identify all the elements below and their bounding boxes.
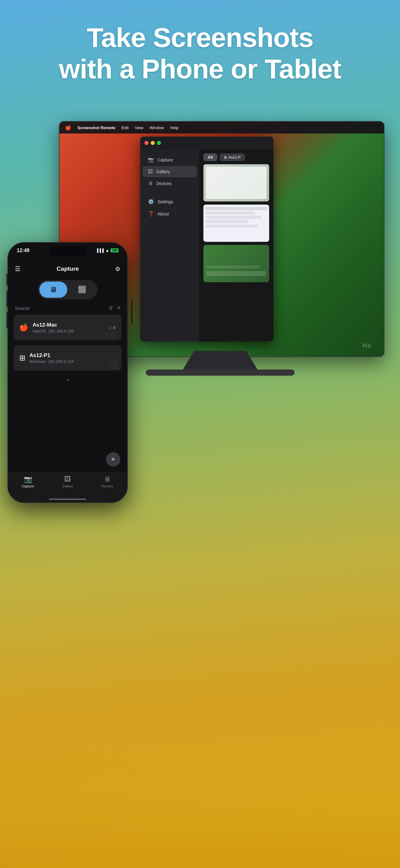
nav-title: Capture bbox=[57, 266, 79, 272]
tab-devices-label: Devices bbox=[101, 484, 113, 488]
capture-label: Capture bbox=[158, 157, 173, 162]
tab-devices[interactable]: 🖥 Devices bbox=[88, 475, 127, 488]
menu-icon[interactable]: ☰ bbox=[15, 265, 21, 273]
about-icon: ❓ bbox=[148, 211, 154, 217]
menubar-help[interactable]: Help bbox=[170, 125, 178, 130]
power-button[interactable] bbox=[131, 301, 132, 324]
traffic-light-yellow[interactable] bbox=[151, 141, 155, 145]
tab-capture-icon: 📷 bbox=[24, 475, 32, 483]
tab-bar: 📷 Capture 🖼 Gallery 🖥 Devices bbox=[8, 472, 127, 502]
filter-device-button[interactable]: ⊞ As12-P bbox=[220, 153, 245, 161]
volume-down-button[interactable] bbox=[6, 312, 8, 329]
app-window: 📷 Capture 🖼 Gallery 🖥 Devices ⚙️ Setting… bbox=[140, 136, 273, 341]
device-card-windows[interactable]: ⊞ As12-P1 Windows 192.168.0.104 ⊞ bbox=[14, 345, 122, 371]
mac-logo-icon: 🍎 bbox=[19, 323, 29, 332]
dynamic-island bbox=[48, 246, 87, 257]
mac-stand-neck bbox=[183, 351, 257, 369]
mac-menubar: 🍎 Screenshot Remote Edit View Window Hel… bbox=[60, 122, 384, 133]
filter-list-icon[interactable]: ≡ bbox=[117, 305, 120, 311]
windows-device-name: As12-P1 bbox=[29, 352, 116, 359]
status-time: 12:49 bbox=[17, 248, 29, 253]
wifi-icon: ▲ bbox=[105, 248, 109, 253]
windows-device-info: As12-P1 Windows 192.168.0.104 bbox=[29, 352, 116, 364]
menubar-window[interactable]: Window bbox=[149, 125, 164, 130]
traffic-light-red[interactable] bbox=[144, 141, 148, 145]
sidebar-item-capture[interactable]: 📷 Capture bbox=[142, 154, 197, 165]
filter-all-button[interactable]: All bbox=[203, 153, 218, 161]
toggle-screen-option[interactable]: 🖥 bbox=[39, 282, 67, 298]
battery-icon: 100 bbox=[111, 248, 119, 252]
settings-nav-icon[interactable]: ⚙ bbox=[115, 266, 120, 273]
app-sidebar: 📷 Capture 🖼 Gallery 🖥 Devices ⚙️ Setting… bbox=[140, 149, 199, 341]
gallery-filter-bar: All ⊞ As12-P bbox=[203, 153, 269, 161]
sidebar-item-settings[interactable]: ⚙️ Settings bbox=[142, 196, 197, 207]
apple-logo-icon: 🍎 bbox=[65, 125, 71, 131]
iphone-body: 12:49 ▐▐▐ ▲ 100 ☰ Capture ⚙ 🖥 ⬜ Source ↺… bbox=[7, 242, 128, 503]
sidebar-item-devices[interactable]: 🖥 Devices bbox=[142, 178, 197, 189]
silent-switch[interactable] bbox=[6, 274, 8, 285]
app-titlebar bbox=[140, 136, 273, 149]
toggle-window-option[interactable]: ⬜ bbox=[68, 282, 96, 298]
mac-bottom-label: Ma bbox=[363, 342, 371, 349]
gallery-content-area: All ⊞ As12-P bbox=[199, 149, 273, 341]
menubar-edit[interactable]: Edit bbox=[122, 125, 128, 130]
mac-device-name: As12-Mac bbox=[33, 322, 105, 328]
devices-icon: 🖥 bbox=[148, 181, 153, 186]
source-label-text: Source bbox=[15, 306, 30, 311]
settings-label: Settings bbox=[158, 199, 173, 204]
iphone-wrapper: 12:49 ▐▐▐ ▲ 100 ☰ Capture ⚙ 🖥 ⬜ Source ↺… bbox=[7, 242, 131, 506]
tab-gallery-icon: 🖼 bbox=[64, 475, 71, 483]
capture-icon: 📷 bbox=[148, 157, 154, 163]
tab-capture[interactable]: 📷 Capture bbox=[8, 475, 48, 488]
sidebar-item-gallery[interactable]: 🖼 Gallery bbox=[142, 166, 197, 177]
menubar-app-name: Screenshot Remote bbox=[77, 125, 115, 130]
sidebar-item-about[interactable]: ❓ About bbox=[142, 208, 197, 219]
status-right-icons: ▐▐▐ ▲ 100 bbox=[96, 248, 119, 253]
menubar-view[interactable]: View bbox=[135, 125, 143, 130]
capture-toggle-container: 🖥 ⬜ bbox=[38, 280, 97, 299]
filter-fab-button[interactable]: ≡ bbox=[106, 452, 120, 467]
tab-gallery-label: Gallery bbox=[62, 484, 73, 488]
hero-line1: Take Screenshots bbox=[19, 22, 381, 53]
gallery-thumb-3[interactable] bbox=[203, 245, 269, 282]
windows-device-sub: Windows 192.168.0.104 bbox=[29, 359, 116, 364]
device-card-mac[interactable]: 🍎 As12-Mac macOS 192.168.0.100 2 🖥 🍎 bbox=[14, 315, 122, 340]
devices-label: Devices bbox=[156, 181, 172, 186]
mac-stand-base bbox=[146, 369, 295, 376]
hero-line2: with a Phone or Tablet bbox=[19, 53, 381, 85]
settings-icon: ⚙️ bbox=[148, 199, 154, 205]
gallery-thumb-2[interactable] bbox=[203, 205, 269, 242]
tab-devices-icon: 🖥 bbox=[104, 475, 111, 483]
windows-card-watermark: ⊞ bbox=[108, 358, 119, 371]
chevron-down-icon: ⌄ bbox=[65, 376, 70, 382]
hero-title: Take Screenshots with a Phone or Tablet bbox=[0, 22, 400, 85]
refresh-icon[interactable]: ↺ bbox=[108, 305, 113, 311]
gallery-icon: 🖼 bbox=[148, 169, 153, 175]
home-indicator bbox=[49, 499, 86, 500]
gallery-label: Gallery bbox=[156, 169, 170, 174]
volume-up-button[interactable] bbox=[6, 291, 8, 307]
mac-device-sub: macOS 192.168.0.100 bbox=[33, 329, 105, 333]
source-action-icons: ↺ ≡ bbox=[108, 305, 120, 311]
tab-gallery[interactable]: 🖼 Gallery bbox=[48, 475, 88, 488]
tab-capture-label: Capture bbox=[22, 484, 34, 488]
gallery-thumb-1[interactable] bbox=[203, 164, 269, 202]
signal-icon: ▐▐▐ bbox=[96, 248, 104, 253]
about-label: About bbox=[158, 211, 169, 216]
source-row: Source ↺ ≡ bbox=[15, 305, 120, 311]
windows-logo-icon: ⊞ bbox=[19, 353, 26, 362]
traffic-light-green[interactable] bbox=[157, 141, 161, 145]
mac-device-info: As12-Mac macOS 192.168.0.100 bbox=[33, 322, 105, 333]
mac-card-watermark: 🍎 bbox=[104, 328, 119, 340]
iphone-nav-header: ☰ Capture ⚙ bbox=[8, 261, 127, 277]
